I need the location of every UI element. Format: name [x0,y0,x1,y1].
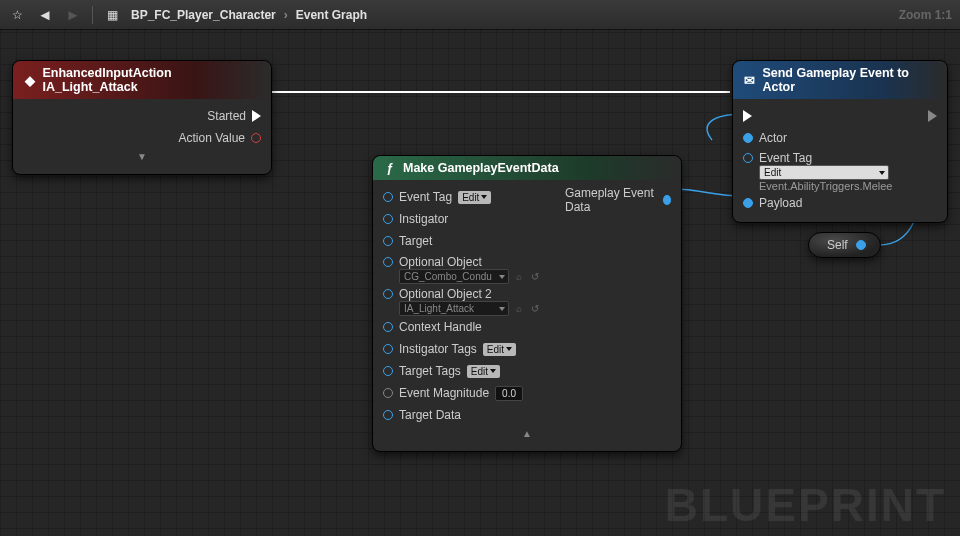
pin-label-started: Started [207,109,246,123]
asset-dropdown-2[interactable]: IA_Light_Attack [399,301,509,316]
pin-event-tag[interactable] [383,192,393,202]
toolbar-separator [92,6,93,24]
pin-instigator-tags[interactable] [383,344,393,354]
pin-label: Target Data [399,408,461,422]
toolbar: ☆ ◄ ► ▦ BP_FC_Player_Character › Event G… [0,0,960,30]
pin-gameplay-event-data-out[interactable] [663,195,671,205]
pin-actor[interactable] [743,133,753,143]
pin-label-out: Gameplay Event Data [565,186,657,214]
pin-instigator[interactable] [383,214,393,224]
exec-in-pin[interactable] [743,110,752,122]
pin-label: Context Handle [399,320,482,334]
node-title: EnhancedInputAction IA_Light_Attack [42,66,261,94]
pin-label: Event Tag [759,151,892,165]
pin-label: Event Magnitude [399,386,489,400]
asset-dropdown-1[interactable]: CG_Combo_Condu [399,269,509,284]
pin-payload[interactable] [743,198,753,208]
pin-action-value[interactable] [251,133,261,143]
pin-context-handle[interactable] [383,322,393,332]
pin-optional-object[interactable] [383,257,393,267]
pin-target-tags[interactable] [383,366,393,376]
node-make-gameplay-event-data[interactable]: ƒ Make GameplayEventData Event Tag Edit … [372,155,682,452]
pin-label: Target [399,234,432,248]
event-icon: ◆ [23,73,36,87]
pin-label: Optional Object [399,255,541,269]
pin-target-data[interactable] [383,410,393,420]
pin-label: Instigator Tags [399,342,477,356]
pin-event-tag[interactable] [743,153,753,163]
nav-back-icon[interactable]: ◄ [36,6,54,23]
pin-target[interactable] [383,236,393,246]
event-tag-path: Event.AbilityTriggers.Melee [759,180,892,192]
chevron-down-icon[interactable]: ▼ [23,149,261,166]
node-header[interactable]: ƒ Make GameplayEventData [373,156,681,180]
magnitude-input[interactable]: 0.0 [495,386,523,401]
pin-label: Event Tag [399,190,452,204]
grid-icon[interactable]: ▦ [103,8,121,22]
node-header[interactable]: ✉ Send Gameplay Event to Actor [733,61,947,99]
favorite-icon[interactable]: ☆ [8,8,26,22]
pin-event-magnitude[interactable] [383,388,393,398]
edit-tags-button[interactable]: Edit [467,365,500,378]
edit-tags-button[interactable]: Edit [483,343,516,356]
function-icon: ƒ [383,161,397,175]
event-tag-dropdown[interactable]: Edit [759,165,889,180]
pin-label: Optional Object 2 [399,287,541,301]
zoom-label: Zoom 1:1 [899,8,952,22]
nav-forward-icon[interactable]: ► [64,6,82,23]
breadcrumb-root[interactable]: BP_FC_Player_Character [131,8,276,22]
chevron-up-icon[interactable]: ▲ [383,426,671,443]
reset-icon[interactable]: ↺ [529,303,541,314]
browse-icon[interactable]: ⌕ [513,271,525,282]
breadcrumb[interactable]: BP_FC_Player_Character › Event Graph [131,8,367,22]
mail-icon: ✉ [743,73,756,87]
pin-label: Target Tags [399,364,461,378]
pin-label-action-value: Action Value [179,131,246,145]
node-send-gameplay-event[interactable]: ✉ Send Gameplay Event to Actor Actor Eve… [732,60,948,223]
browse-icon[interactable]: ⌕ [513,303,525,314]
pin-optional-object-2[interactable] [383,289,393,299]
breadcrumb-leaf[interactable]: Event Graph [296,8,367,22]
pin-label: Payload [759,196,802,210]
chevron-right-icon: › [284,8,288,22]
reset-icon[interactable]: ↺ [529,271,541,282]
node-title: Make GameplayEventData [403,161,559,175]
pin-label: Instigator [399,212,448,226]
pin-self-out[interactable] [856,240,866,250]
pin-label: Actor [759,131,787,145]
node-header[interactable]: ◆ EnhancedInputAction IA_Light_Attack [13,61,271,99]
node-title: Send Gameplay Event to Actor [762,66,937,94]
exec-out-pin[interactable] [928,110,937,122]
node-enhanced-input[interactable]: ◆ EnhancedInputAction IA_Light_Attack St… [12,60,272,175]
node-self[interactable]: Self [808,232,881,258]
exec-out-pin[interactable] [252,110,261,122]
edit-tag-button[interactable]: Edit [458,191,491,204]
self-label: Self [827,238,848,252]
